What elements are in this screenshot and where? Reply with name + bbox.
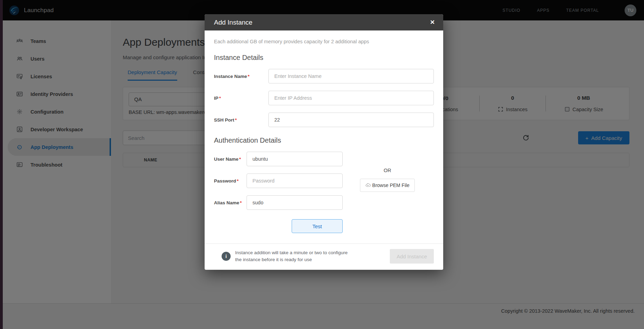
modal-footer-note: Instance addition will take a minute or … <box>235 249 347 264</box>
ip-field[interactable] <box>268 91 434 105</box>
modal-footer: i Instance addition will take a minute o… <box>205 243 443 270</box>
form-row-ip: IP* <box>214 91 434 105</box>
user-name-field[interactable] <box>247 152 343 166</box>
browse-pem-button[interactable]: Browse PEM File <box>360 179 415 192</box>
required-marker: * <box>235 117 237 123</box>
or-label: OR <box>360 168 415 173</box>
test-button[interactable]: Test <box>292 219 343 233</box>
close-icon[interactable]: ✕ <box>430 19 435 25</box>
required-marker: * <box>239 157 241 162</box>
ip-label: IP* <box>214 96 268 101</box>
pem-upload-block: OR Browse PEM File <box>360 168 415 192</box>
user-name-label: User Name* <box>214 157 247 162</box>
modal-description: Each additional GB of memory provides ca… <box>214 30 434 44</box>
required-marker: * <box>248 74 249 79</box>
ssh-port-field[interactable] <box>268 113 434 127</box>
modal-title: Add Instance <box>214 19 252 26</box>
cloud-upload-icon <box>365 183 371 188</box>
instance-name-field[interactable] <box>268 69 434 83</box>
instance-name-label: Instance Name* <box>214 74 268 79</box>
alias-name-label: Alias Name* <box>214 200 247 205</box>
modal-header: Add Instance ✕ <box>205 14 443 30</box>
required-marker: * <box>219 96 221 101</box>
alias-name-field[interactable] <box>247 195 343 210</box>
add-instance-button[interactable]: Add Instance <box>390 249 434 264</box>
browse-pem-label: Browse PEM File <box>372 183 409 188</box>
form-row-instance-name: Instance Name* <box>214 69 434 83</box>
add-instance-modal: Add Instance ✕ Each additional GB of mem… <box>205 14 443 270</box>
required-marker: * <box>237 178 239 184</box>
form-row-user-name: User Name* <box>214 152 434 166</box>
instance-details-heading: Instance Details <box>214 54 434 62</box>
ssh-port-label: SSH Port* <box>214 117 268 123</box>
left-edge-strip <box>0 0 3 329</box>
password-field[interactable] <box>247 174 343 188</box>
info-icon: i <box>222 252 231 261</box>
form-row-alias-name: Alias Name* <box>214 195 434 210</box>
form-row-ssh-port: SSH Port* <box>214 113 434 127</box>
required-marker: * <box>240 200 242 205</box>
authentication-details-heading: Authentication Details <box>214 136 434 144</box>
password-label: Password* <box>214 178 247 184</box>
